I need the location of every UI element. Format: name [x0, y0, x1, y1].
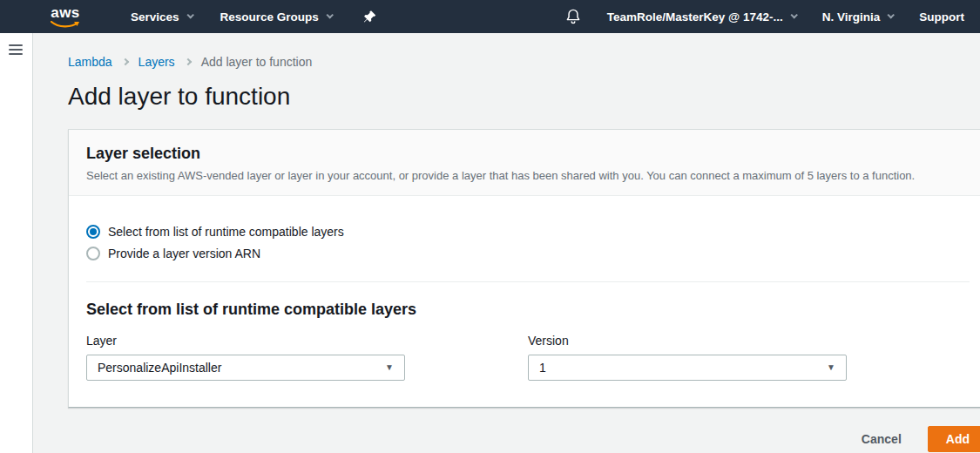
chevron-down-icon [326, 11, 333, 18]
resource-groups-menu[interactable]: Resource Groups [220, 10, 332, 24]
version-select[interactable]: 1 ▼ [528, 355, 847, 381]
services-menu[interactable]: Services [131, 10, 193, 24]
support-menu[interactable]: Support [919, 10, 964, 24]
aws-smile-icon [51, 21, 80, 29]
notifications-bell-icon[interactable] [565, 8, 581, 25]
dropdown-caret-icon: ▼ [385, 363, 394, 372]
resource-groups-menu-label: Resource Groups [220, 10, 319, 24]
account-menu-label: TeamRole/MasterKey @ 1742-... [607, 10, 783, 24]
panel-header: Layer selection Select an existing AWS-v… [69, 130, 980, 196]
version-select-value: 1 [539, 361, 546, 375]
hamburger-menu-icon[interactable] [9, 44, 23, 55]
panel-description: Select an existing AWS-vended layer or l… [86, 169, 970, 182]
section-divider [86, 281, 970, 282]
radio-label: Select from list of runtime compatible l… [108, 225, 344, 239]
layer-field-label: Layer [86, 334, 528, 348]
panel-body: Select from list of runtime compatible l… [69, 196, 980, 407]
breadcrumb: Lambda Layers Add layer to function [68, 55, 980, 69]
section-title: Select from list of runtime compatible l… [86, 301, 970, 319]
aws-logo-text: aws [48, 5, 83, 20]
pushpin-icon[interactable] [363, 10, 376, 24]
dropdown-caret-icon: ▼ [827, 363, 835, 372]
radio-unselected-icon [86, 247, 100, 260]
region-menu[interactable]: N. Virginia [822, 10, 894, 24]
radio-label: Provide a layer version ARN [108, 247, 260, 260]
layer-source-radio-group: Select from list of runtime compatible l… [86, 225, 970, 260]
side-nav [0, 33, 33, 453]
account-menu[interactable]: TeamRole/MasterKey @ 1742-... [607, 10, 796, 24]
layer-selection-panel: Layer selection Select an existing AWS-v… [68, 129, 980, 408]
footer-actions: Cancel Add [68, 426, 980, 452]
breadcrumb-link-lambda[interactable]: Lambda [68, 55, 112, 69]
radio-selected-icon [86, 225, 100, 239]
support-menu-label: Support [919, 10, 964, 24]
form-fields: Layer PersonalizeApiInstaller ▼ Version … [86, 334, 970, 381]
aws-logo[interactable]: aws [48, 5, 83, 28]
region-menu-label: N. Virginia [822, 10, 881, 24]
chevron-down-icon [790, 11, 797, 18]
layer-select[interactable]: PersonalizeApiInstaller ▼ [86, 355, 405, 381]
services-menu-label: Services [131, 10, 179, 24]
panel-title: Layer selection [86, 145, 970, 163]
layer-field: Layer PersonalizeApiInstaller ▼ [86, 334, 528, 381]
breadcrumb-current: Add layer to function [201, 55, 313, 69]
radio-runtime-compatible-layers[interactable]: Select from list of runtime compatible l… [86, 225, 970, 239]
chevron-right-icon [184, 58, 191, 65]
chevron-right-icon [121, 58, 128, 65]
layer-select-value: PersonalizeApiInstaller [98, 361, 221, 375]
radio-layer-version-arn[interactable]: Provide a layer version ARN [86, 247, 970, 260]
chevron-down-icon [888, 11, 895, 18]
version-field: Version 1 ▼ [528, 334, 970, 381]
main-content: Lambda Layers Add layer to function Add … [33, 33, 980, 453]
top-nav-bar: aws Services Resource Groups TeamRole/Ma… [0, 0, 980, 33]
chevron-down-icon [186, 11, 193, 18]
version-field-label: Version [528, 334, 970, 348]
add-button[interactable]: Add [928, 426, 980, 452]
breadcrumb-link-layers[interactable]: Layers [139, 55, 175, 69]
page-title: Add layer to function [68, 83, 980, 111]
cancel-button[interactable]: Cancel [862, 432, 902, 446]
